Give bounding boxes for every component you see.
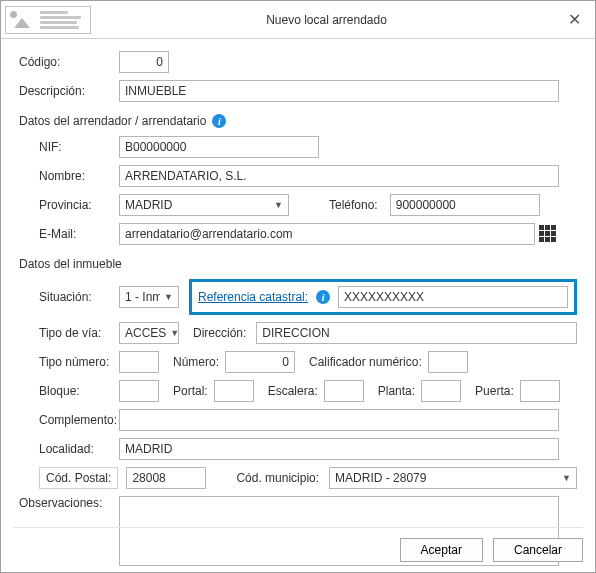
planta-input[interactable] (421, 380, 461, 402)
descripcion-label: Descripción: (19, 84, 119, 98)
calif-label: Calificador numérico: (309, 355, 422, 369)
qr-icon[interactable] (539, 225, 557, 243)
codmun-label: Cód. municipio: (236, 471, 319, 485)
calif-input[interactable] (428, 351, 468, 373)
bloque-input[interactable] (119, 380, 159, 402)
observaciones-label: Observaciones: (19, 496, 119, 510)
chevron-down-icon: ▼ (274, 200, 283, 210)
telefono-label: Teléfono: (329, 198, 378, 212)
close-icon[interactable]: ✕ (562, 12, 587, 28)
portal-input[interactable] (214, 380, 254, 402)
descripcion-input[interactable] (119, 80, 559, 102)
escalera-label: Escalera: (268, 384, 318, 398)
numero-label: Número: (173, 355, 219, 369)
chevron-down-icon: ▼ (164, 292, 173, 302)
nif-label: NIF: (39, 140, 119, 154)
section-inmueble: Datos del inmueble (19, 257, 577, 271)
accept-button[interactable]: Aceptar (400, 538, 483, 562)
situacion-label: Situación: (39, 290, 119, 304)
codpostal-input[interactable] (126, 467, 206, 489)
codigo-input[interactable] (119, 51, 169, 73)
portal-label: Portal: (173, 384, 208, 398)
complemento-label: Complemento: (39, 413, 119, 427)
cancel-button[interactable]: Cancelar (493, 538, 583, 562)
chevron-down-icon: ▼ (562, 473, 571, 483)
info-icon[interactable]: i (316, 290, 330, 304)
codmun-combo[interactable]: MADRID - 28079▼ (329, 467, 577, 489)
direccion-label: Dirección: (193, 326, 246, 340)
tiponum-label: Tipo número: (39, 355, 119, 369)
puerta-label: Puerta: (475, 384, 514, 398)
numero-input[interactable] (225, 351, 295, 373)
direccion-input[interactable] (256, 322, 577, 344)
email-input[interactable] (119, 223, 535, 245)
codigo-label: Código: (19, 55, 119, 69)
localidad-input[interactable] (119, 438, 559, 460)
puerta-input[interactable] (520, 380, 560, 402)
tiponum-input[interactable] (119, 351, 159, 373)
app-logo-icon (5, 6, 91, 34)
escalera-input[interactable] (324, 380, 364, 402)
dialog-title: Nuevo local arrendado (91, 13, 562, 27)
nif-input[interactable] (119, 136, 319, 158)
localidad-label: Localidad: (39, 442, 119, 456)
nombre-input[interactable] (119, 165, 559, 187)
ref-catastral-highlight: Referencia catastral: i (189, 279, 577, 315)
ref-catastral-link[interactable]: Referencia catastral: (198, 290, 308, 304)
tipovia-label: Tipo de vía: (39, 326, 119, 340)
telefono-input[interactable] (390, 194, 540, 216)
chevron-down-icon: ▼ (170, 328, 179, 338)
planta-label: Planta: (378, 384, 415, 398)
codpostal-label[interactable]: Cód. Postal: (39, 467, 118, 489)
situacion-combo[interactable]: 1 - Inmu▼ (119, 286, 179, 308)
info-icon[interactable]: i (212, 114, 226, 128)
nombre-label: Nombre: (39, 169, 119, 183)
button-bar: Aceptar Cancelar (13, 527, 583, 562)
ref-catastral-input[interactable] (338, 286, 568, 308)
provincia-combo[interactable]: MADRID▼ (119, 194, 289, 216)
complemento-input[interactable] (119, 409, 559, 431)
provincia-label: Provincia: (39, 198, 119, 212)
tipovia-combo[interactable]: ACCES▼ (119, 322, 179, 344)
email-label: E-Mail: (39, 227, 119, 241)
section-arrendador: Datos del arrendador / arrendatario i (19, 114, 577, 128)
dialog: Nuevo local arrendado ✕ Código: Descripc… (0, 0, 596, 573)
titlebar: Nuevo local arrendado ✕ (1, 1, 595, 39)
bloque-label: Bloque: (39, 384, 119, 398)
